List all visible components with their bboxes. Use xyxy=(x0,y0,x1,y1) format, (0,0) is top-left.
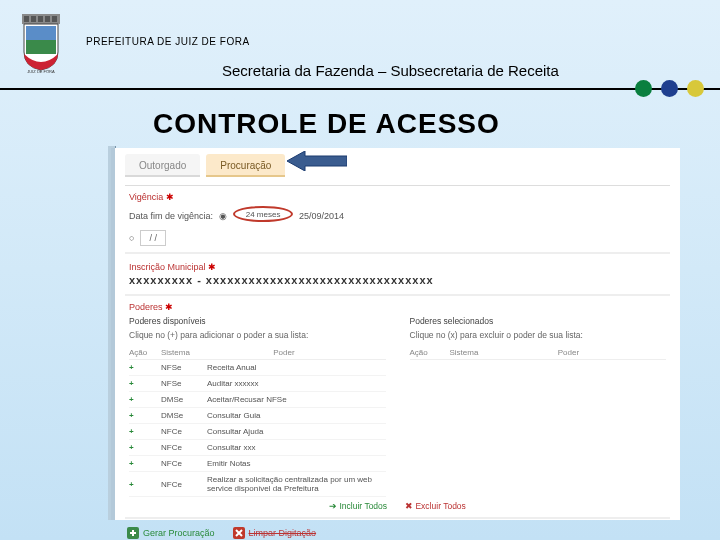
svg-rect-5 xyxy=(52,16,57,22)
prefeitura-label: PREFEITURA DE JUIZ DE FORA xyxy=(86,36,250,47)
row-poder: Realizar a solicitação centralizada por … xyxy=(207,475,386,493)
inscricao-numero: xxxxxxxxx xyxy=(129,274,193,286)
add-icon[interactable]: + xyxy=(129,427,161,436)
row-poder: Consultar Guia xyxy=(207,411,386,420)
row-poder: Emitir Notas xyxy=(207,459,386,468)
row-poder: Auditar xxxxxx xyxy=(207,379,386,388)
data-fim-row: Data fim de vigência: ◉ 24 meses 25/09/2… xyxy=(115,202,680,224)
svg-rect-3 xyxy=(38,16,43,22)
table-row: +DMSeConsultar Guia xyxy=(129,408,386,424)
tab-outorgado[interactable]: Outorgado xyxy=(125,154,200,177)
tab-procuracao[interactable]: Procuração xyxy=(206,154,285,177)
row-poder: Aceitar/Recusar NFSe xyxy=(207,395,386,404)
svg-text:JUIZ DE FORA: JUIZ DE FORA xyxy=(27,69,55,74)
svg-marker-9 xyxy=(287,151,347,171)
svg-rect-6 xyxy=(26,26,56,40)
poderes-selecionados-title: Poderes selecionados xyxy=(410,316,667,326)
add-icon[interactable]: + xyxy=(129,411,161,420)
crest-logo: JUIZ DE FORA xyxy=(16,12,66,74)
add-icon[interactable]: + xyxy=(129,363,161,372)
add-icon[interactable]: + xyxy=(129,443,161,452)
date-fixed-value: 25/09/2014 xyxy=(299,211,344,221)
radio-24[interactable]: ◉ xyxy=(219,211,227,221)
inscricao-nome: xxxxxxxxxxxxxxxxxxxxxxxxxxxxxxxx xyxy=(206,274,434,286)
table-row: +NFCeConsultar Ajuda xyxy=(129,424,386,440)
row-poder: Receita Anual xyxy=(207,363,386,372)
row-poder: Consultar Ajuda xyxy=(207,427,386,436)
svg-rect-4 xyxy=(45,16,50,22)
radio-custom[interactable]: ○ xyxy=(129,233,134,243)
vigencia-label: Vigência ✱ xyxy=(129,192,174,202)
add-icon[interactable]: + xyxy=(129,480,161,489)
dot-blue xyxy=(661,80,678,97)
date-input[interactable]: / / xyxy=(140,230,166,246)
row-sistema: DMSe xyxy=(161,411,207,420)
add-icon[interactable]: + xyxy=(129,459,161,468)
panel-shadow xyxy=(108,146,115,520)
dot-yellow xyxy=(687,80,704,97)
excluir-todos-link[interactable]: ✖ Excluir Todos xyxy=(405,501,466,511)
vigencia-row: Vigência ✱ xyxy=(115,186,680,202)
svg-rect-7 xyxy=(26,40,56,54)
table-row: +DMSeAceitar/Recusar NFSe xyxy=(129,392,386,408)
row-sistema: NFSe xyxy=(161,363,207,372)
dica-rem: Clique no (x) para excluir o poder de su… xyxy=(410,330,667,340)
row-sistema: NFSe xyxy=(161,379,207,388)
row-sistema: NFCe xyxy=(161,459,207,468)
add-icon[interactable]: + xyxy=(129,395,161,404)
col-selecionados: Poderes selecionados Clique no (x) para … xyxy=(410,316,667,497)
data-fim-label: Data fim de vigência: xyxy=(129,211,213,221)
row-sistema: DMSe xyxy=(161,395,207,404)
table-row: +NFCeRealizar a solicitação centralizada… xyxy=(129,472,386,497)
svg-rect-2 xyxy=(31,16,36,22)
row-sistema: NFCe xyxy=(161,427,207,436)
svg-rect-1 xyxy=(24,16,29,22)
tabs: Outorgado Procuração xyxy=(115,148,680,177)
app-panel: Outorgado Procuração Vigência ✱ Data fim… xyxy=(115,148,680,520)
table-row: +NFSeAuditar xxxxxx xyxy=(129,376,386,392)
table-row: +NFCeConsultar xxx xyxy=(129,440,386,456)
limpar-digitacao-button[interactable]: Limpar Digitação xyxy=(233,527,317,539)
poderes-label: Poderes ✱ xyxy=(129,302,173,312)
row-sistema: NFCe xyxy=(161,480,207,489)
poderes-disponiveis-title: Poderes disponíveis xyxy=(129,316,386,326)
pointer-arrow xyxy=(287,151,347,171)
add-icon[interactable]: + xyxy=(129,379,161,388)
row-poder: Consultar xxx xyxy=(207,443,386,452)
dot-green xyxy=(635,80,652,97)
header-rule xyxy=(0,88,720,90)
clear-icon xyxy=(233,527,245,539)
section-title: CONTROLE DE ACESSO xyxy=(153,108,500,140)
secretaria-label: Secretaria da Fazenda – Subsecretaria de… xyxy=(222,62,559,79)
table-row: +NFSeReceita Anual xyxy=(129,360,386,376)
inscricao-label: Inscrição Municipal ✱ xyxy=(129,262,666,272)
col-disponiveis: Poderes disponíveis Clique no (+) para a… xyxy=(129,316,386,497)
incluir-todos-link[interactable]: ➔ Incluir Todos xyxy=(329,501,387,511)
table-row: +NFCeEmitir Notas xyxy=(129,456,386,472)
circled-24-meses: 24 meses xyxy=(233,206,293,222)
dica-add: Clique no (+) para adicionar o poder a s… xyxy=(129,330,386,340)
inscricao-block: Inscrição Municipal ✱ xxxxxxxxx - xxxxxx… xyxy=(115,254,680,294)
plus-icon xyxy=(127,527,139,539)
gerar-procuracao-button[interactable]: Gerar Procuração xyxy=(127,527,215,539)
row-sistema: NFCe xyxy=(161,443,207,452)
